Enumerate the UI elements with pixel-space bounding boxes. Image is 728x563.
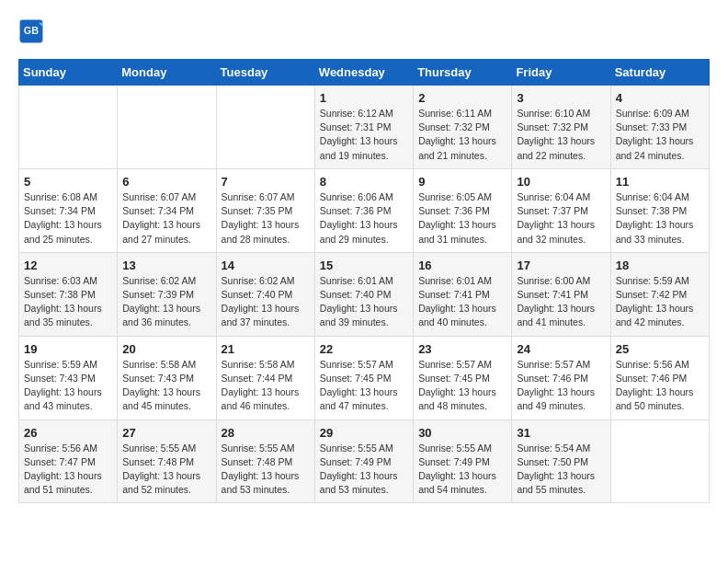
day-info: Sunrise: 5:59 AM Sunset: 7:42 PM Dayligh…: [616, 274, 704, 330]
day-info: Sunrise: 5:55 AM Sunset: 7:48 PM Dayligh…: [122, 442, 210, 498]
day-number: 23: [418, 342, 506, 356]
day-info: Sunrise: 6:03 AM Sunset: 7:38 PM Dayligh…: [24, 274, 112, 330]
calendar-cell: 13Sunrise: 6:02 AM Sunset: 7:39 PM Dayli…: [118, 252, 216, 336]
day-number: 26: [24, 426, 112, 440]
calendar-cell: 20Sunrise: 5:58 AM Sunset: 7:43 PM Dayli…: [118, 336, 216, 419]
calendar-cell: 24Sunrise: 5:57 AM Sunset: 7:46 PM Dayli…: [512, 336, 610, 419]
logo-icon: GB: [18, 18, 44, 44]
day-info: Sunrise: 6:04 AM Sunset: 7:38 PM Dayligh…: [616, 190, 704, 247]
day-info: Sunrise: 6:04 AM Sunset: 7:37 PM Dayligh…: [517, 190, 605, 247]
day-number: 11: [616, 175, 704, 189]
day-info: Sunrise: 5:55 AM Sunset: 7:48 PM Dayligh…: [222, 442, 310, 498]
day-number: 21: [222, 342, 310, 356]
calendar-cell: 12Sunrise: 6:03 AM Sunset: 7:38 PM Dayli…: [19, 252, 118, 336]
calendar-cell: 4Sunrise: 6:09 AM Sunset: 7:33 PM Daylig…: [610, 86, 709, 169]
week-row-4: 19Sunrise: 5:59 AM Sunset: 7:43 PM Dayli…: [19, 336, 710, 419]
day-info: Sunrise: 5:58 AM Sunset: 7:44 PM Dayligh…: [222, 358, 310, 414]
day-number: 8: [320, 175, 408, 189]
day-number: 9: [418, 175, 506, 189]
day-number: 22: [320, 342, 408, 356]
day-number: 25: [616, 342, 704, 356]
week-row-1: 1Sunrise: 6:12 AM Sunset: 7:31 PM Daylig…: [19, 86, 710, 169]
calendar-cell: 27Sunrise: 5:55 AM Sunset: 7:48 PM Dayli…: [118, 419, 216, 503]
calendar-cell: [118, 86, 216, 169]
day-info: Sunrise: 5:58 AM Sunset: 7:43 PM Dayligh…: [122, 358, 210, 414]
calendar-cell: [216, 86, 314, 169]
logo: GB: [18, 18, 48, 44]
weekday-header-wednesday: Wednesday: [314, 60, 413, 86]
weekday-header-row: SundayMondayTuesdayWednesdayThursdayFrid…: [19, 60, 710, 86]
day-number: 31: [517, 426, 605, 440]
day-number: 2: [418, 91, 506, 105]
calendar-cell: 3Sunrise: 6:10 AM Sunset: 7:32 PM Daylig…: [512, 86, 610, 169]
calendar-cell: 31Sunrise: 5:54 AM Sunset: 7:50 PM Dayli…: [512, 419, 610, 503]
day-info: Sunrise: 6:12 AM Sunset: 7:31 PM Dayligh…: [320, 107, 408, 163]
calendar-cell: 21Sunrise: 5:58 AM Sunset: 7:44 PM Dayli…: [216, 336, 314, 419]
day-number: 19: [24, 342, 112, 356]
calendar-cell: 11Sunrise: 6:04 AM Sunset: 7:38 PM Dayli…: [610, 168, 709, 252]
day-number: 27: [122, 426, 210, 440]
week-row-3: 12Sunrise: 6:03 AM Sunset: 7:38 PM Dayli…: [19, 252, 710, 336]
day-number: 6: [122, 175, 210, 189]
calendar-cell: 26Sunrise: 5:56 AM Sunset: 7:47 PM Dayli…: [19, 419, 118, 503]
day-number: 24: [517, 342, 605, 356]
day-number: 10: [517, 175, 605, 189]
weekday-header-tuesday: Tuesday: [216, 60, 314, 86]
page-header: GB: [18, 18, 710, 44]
week-row-5: 26Sunrise: 5:56 AM Sunset: 7:47 PM Dayli…: [19, 419, 710, 503]
calendar-cell: 15Sunrise: 6:01 AM Sunset: 7:40 PM Dayli…: [314, 252, 413, 336]
day-info: Sunrise: 5:59 AM Sunset: 7:43 PM Dayligh…: [24, 358, 112, 414]
day-info: Sunrise: 6:11 AM Sunset: 7:32 PM Dayligh…: [418, 107, 506, 163]
day-info: Sunrise: 6:02 AM Sunset: 7:40 PM Dayligh…: [222, 274, 310, 330]
day-number: 17: [517, 259, 605, 272]
day-number: 7: [222, 175, 310, 189]
weekday-header-saturday: Saturday: [610, 60, 709, 86]
day-number: 1: [320, 91, 408, 105]
weekday-header-friday: Friday: [512, 60, 610, 86]
calendar-cell: 14Sunrise: 6:02 AM Sunset: 7:40 PM Dayli…: [216, 252, 314, 336]
calendar-cell: 23Sunrise: 5:57 AM Sunset: 7:45 PM Dayli…: [414, 336, 512, 419]
day-number: 5: [24, 175, 112, 189]
calendar-cell: [610, 419, 709, 503]
calendar-cell: 9Sunrise: 6:05 AM Sunset: 7:36 PM Daylig…: [414, 168, 512, 252]
day-number: 13: [122, 259, 210, 272]
day-info: Sunrise: 5:55 AM Sunset: 7:49 PM Dayligh…: [418, 442, 506, 498]
day-number: 18: [616, 259, 704, 272]
day-info: Sunrise: 6:06 AM Sunset: 7:36 PM Dayligh…: [320, 190, 408, 247]
day-info: Sunrise: 6:01 AM Sunset: 7:41 PM Dayligh…: [418, 274, 506, 330]
calendar-cell: 19Sunrise: 5:59 AM Sunset: 7:43 PM Dayli…: [19, 336, 118, 419]
day-info: Sunrise: 5:57 AM Sunset: 7:45 PM Dayligh…: [418, 358, 506, 414]
day-info: Sunrise: 5:56 AM Sunset: 7:46 PM Dayligh…: [616, 358, 704, 414]
weekday-header-sunday: Sunday: [19, 60, 118, 86]
calendar-cell: 22Sunrise: 5:57 AM Sunset: 7:45 PM Dayli…: [314, 336, 413, 419]
day-number: 20: [122, 342, 210, 356]
day-info: Sunrise: 6:01 AM Sunset: 7:40 PM Dayligh…: [320, 274, 408, 330]
day-info: Sunrise: 5:54 AM Sunset: 7:50 PM Dayligh…: [517, 442, 605, 498]
day-info: Sunrise: 6:05 AM Sunset: 7:36 PM Dayligh…: [418, 190, 506, 247]
day-number: 14: [222, 259, 310, 272]
day-number: 30: [418, 426, 506, 440]
calendar-cell: 6Sunrise: 6:07 AM Sunset: 7:34 PM Daylig…: [118, 168, 216, 252]
day-info: Sunrise: 6:00 AM Sunset: 7:41 PM Dayligh…: [517, 274, 605, 330]
day-number: 12: [24, 259, 112, 272]
day-info: Sunrise: 5:56 AM Sunset: 7:47 PM Dayligh…: [24, 442, 112, 498]
calendar-cell: 29Sunrise: 5:55 AM Sunset: 7:49 PM Dayli…: [314, 419, 413, 503]
svg-text:GB: GB: [24, 25, 39, 36]
day-info: Sunrise: 6:09 AM Sunset: 7:33 PM Dayligh…: [616, 107, 704, 163]
calendar-cell: 28Sunrise: 5:55 AM Sunset: 7:48 PM Dayli…: [216, 419, 314, 503]
day-number: 28: [222, 426, 310, 440]
calendar-cell: 17Sunrise: 6:00 AM Sunset: 7:41 PM Dayli…: [512, 252, 610, 336]
day-number: 3: [517, 91, 605, 105]
weekday-header-thursday: Thursday: [414, 60, 512, 86]
day-info: Sunrise: 6:02 AM Sunset: 7:39 PM Dayligh…: [122, 274, 210, 330]
calendar-cell: 1Sunrise: 6:12 AM Sunset: 7:31 PM Daylig…: [314, 86, 413, 169]
day-info: Sunrise: 6:07 AM Sunset: 7:34 PM Dayligh…: [122, 190, 210, 247]
calendar-cell: 30Sunrise: 5:55 AM Sunset: 7:49 PM Dayli…: [414, 419, 512, 503]
calendar-cell: 8Sunrise: 6:06 AM Sunset: 7:36 PM Daylig…: [314, 168, 413, 252]
calendar-cell: 16Sunrise: 6:01 AM Sunset: 7:41 PM Dayli…: [414, 252, 512, 336]
day-info: Sunrise: 5:55 AM Sunset: 7:49 PM Dayligh…: [320, 442, 408, 498]
day-number: 16: [418, 259, 506, 272]
calendar-cell: 18Sunrise: 5:59 AM Sunset: 7:42 PM Dayli…: [610, 252, 709, 336]
day-info: Sunrise: 6:08 AM Sunset: 7:34 PM Dayligh…: [24, 190, 112, 247]
calendar-cell: 25Sunrise: 5:56 AM Sunset: 7:46 PM Dayli…: [610, 336, 709, 419]
